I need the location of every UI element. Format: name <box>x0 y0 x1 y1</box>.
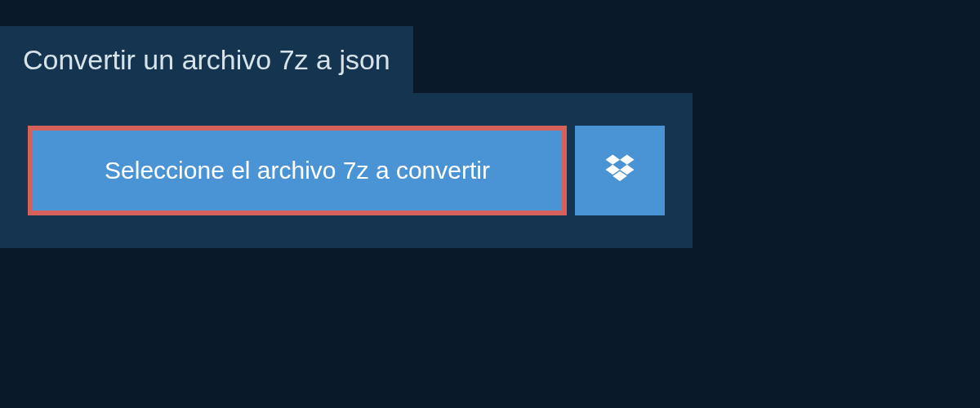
upload-area: Seleccione el archivo 7z a convertir <box>0 93 693 248</box>
page-title: Convertir un archivo 7z a json <box>0 27 413 93</box>
header-cutout <box>413 26 693 93</box>
tab-header-wrap: Convertir un archivo 7z a json <box>0 26 413 93</box>
converter-panel: Convertir un archivo 7z a json Seleccion… <box>0 26 693 248</box>
dropbox-icon <box>603 152 637 189</box>
select-file-button[interactable]: Seleccione el archivo 7z a convertir <box>28 126 567 215</box>
select-file-label: Seleccione el archivo 7z a convertir <box>105 157 490 184</box>
tab-header-row: Convertir un archivo 7z a json <box>0 26 693 93</box>
dropbox-button[interactable] <box>575 126 665 215</box>
